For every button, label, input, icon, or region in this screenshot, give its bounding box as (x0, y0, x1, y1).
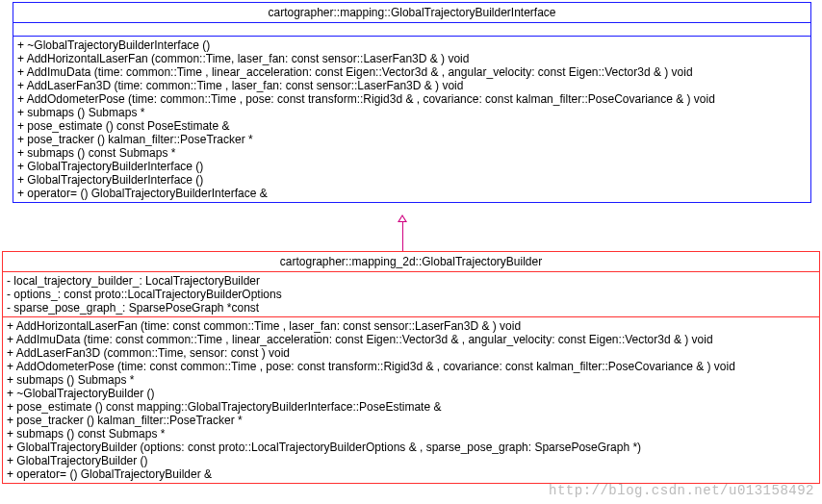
uml-member: + AddLaserFan3D (common::Time, sensor: c… (7, 346, 815, 360)
uml-member: + ~GlobalTrajectoryBuilderInterface () (17, 38, 807, 52)
uml-member: + GlobalTrajectoryBuilder (options: cons… (7, 441, 815, 454)
uml-member: + submaps () Submaps * (17, 106, 807, 119)
watermark-text: http://blog.csdn.net/u013158492 (549, 483, 814, 498)
uml-member: + GlobalTrajectoryBuilderInterface () (17, 173, 807, 187)
uml-member: + AddLaserFan3D (time: common::Time , la… (17, 79, 807, 92)
uml-operations: + AddHorizontalLaserFan (time: const com… (3, 317, 819, 483)
uml-member: + AddHorizontalLaserFan (time: const com… (7, 319, 815, 333)
uml-class-title: cartographer::mapping::GlobalTrajectoryB… (13, 3, 810, 23)
uml-member: + ~GlobalTrajectoryBuilder () (7, 387, 815, 400)
uml-field: - options_: const proto::LocalTrajectory… (7, 288, 815, 301)
uml-member: + GlobalTrajectoryBuilderInterface () (17, 160, 807, 173)
uml-member: + operator= () GlobalTrajectoryBuilder & (7, 467, 815, 481)
uml-field: - local_trajectory_builder_: LocalTrajec… (7, 274, 815, 288)
uml-field: - sparse_pose_graph_: SparsePoseGraph *c… (7, 301, 815, 315)
uml-member: + pose_tracker () kalman_filter::PoseTra… (17, 133, 807, 146)
uml-member: + submaps () Submaps * (7, 373, 815, 387)
uml-member: + AddHorizontalLaserFan (common::Time, l… (17, 52, 807, 65)
uml-member: + pose_estimate () const mapping::Global… (7, 400, 815, 414)
uml-member: + operator= () GlobalTrajectoryBuilderIn… (17, 187, 807, 200)
uml-member: + pose_estimate () const PoseEstimate & (17, 119, 807, 133)
uml-operations: + ~GlobalTrajectoryBuilderInterface () +… (13, 37, 810, 202)
uml-class-interface: cartographer::mapping::GlobalTrajectoryB… (13, 2, 811, 203)
uml-member: + AddImuData (time: common::Time , linea… (17, 65, 807, 79)
uml-member: + submaps () const Submaps * (7, 427, 815, 441)
uml-member: + pose_tracker () kalman_filter::PoseTra… (7, 414, 815, 427)
uml-member: + AddOdometerPose (time: const common::T… (7, 360, 815, 373)
uml-attributes-empty (13, 23, 810, 37)
uml-class-implementation: cartographer::mapping_2d::GlobalTrajecto… (2, 251, 820, 484)
uml-attributes: - local_trajectory_builder_: LocalTrajec… (3, 272, 819, 317)
uml-member: + GlobalTrajectoryBuilder () (7, 454, 815, 467)
uml-member: + submaps () const Submaps * (17, 146, 807, 160)
uml-canvas: cartographer::mapping::GlobalTrajectoryB… (0, 0, 822, 504)
uml-member: + AddOdometerPose (time: common::Time , … (17, 92, 807, 106)
uml-member: + AddImuData (time: const common::Time ,… (7, 333, 815, 346)
inheritance-arrow-icon (402, 222, 403, 251)
uml-class-title: cartographer::mapping_2d::GlobalTrajecto… (3, 252, 819, 272)
